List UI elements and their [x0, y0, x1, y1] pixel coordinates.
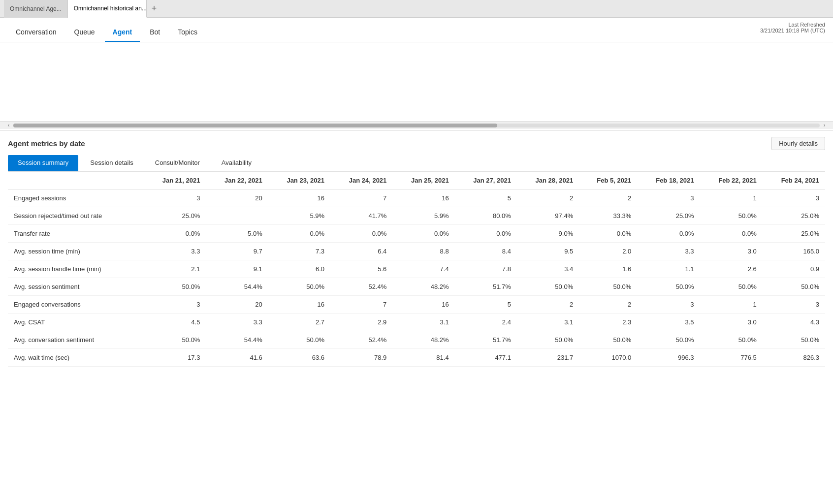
- cell-r6-c3: 7: [330, 296, 392, 314]
- browser-tab-1-label: Omnichannel Age...: [10, 5, 62, 12]
- cell-r3-c10: 165.0: [763, 243, 825, 260]
- cell-r2-c4: 0.0%: [392, 225, 454, 243]
- cell-r1-c9: 50.0%: [700, 207, 763, 225]
- table-row: Avg. wait time (sec)17.341.663.678.981.4…: [8, 349, 825, 367]
- cell-r6-c4: 16: [392, 296, 454, 314]
- table-header-row: Jan 21, 2021 Jan 22, 2021 Jan 23, 2021 J…: [8, 172, 825, 189]
- top-nav: Conversation Queue Agent Bot Topics Last…: [0, 18, 833, 42]
- cell-r2-c7: 0.0%: [579, 225, 637, 243]
- cell-r3-c7: 2.0: [579, 243, 637, 260]
- row-label-2: Transfer rate: [8, 225, 144, 243]
- table-row: Avg. conversation sentiment50.0%54.4%50.…: [8, 331, 825, 349]
- cell-r4-c7: 1.6: [579, 260, 637, 278]
- nav-tab-topics[interactable]: Topics: [170, 23, 205, 42]
- table-row: Avg. session handle time (min)2.19.16.05…: [8, 260, 825, 278]
- sub-tab-session-summary[interactable]: Session summary: [8, 155, 78, 171]
- cell-r1-c5: 80.0%: [455, 207, 517, 225]
- browser-tab-bar: Omnichannel Age... Omnichannel historica…: [0, 0, 833, 18]
- cell-r8-c5: 51.7%: [455, 331, 517, 349]
- cell-r3-c3: 6.4: [330, 243, 392, 260]
- cell-r2-c10: 25.0%: [763, 225, 825, 243]
- cell-r0-c4: 16: [392, 189, 454, 207]
- cell-r5-c6: 50.0%: [517, 278, 579, 296]
- cell-r3-c2: 7.3: [268, 243, 330, 260]
- cell-r3-c1: 9.7: [206, 243, 268, 260]
- cell-r9-c8: 996.3: [637, 349, 700, 367]
- sub-tab-consult-monitor[interactable]: Consult/Monitor: [145, 155, 210, 171]
- metrics-table-container[interactable]: Jan 21, 2021 Jan 22, 2021 Jan 23, 2021 J…: [8, 172, 825, 504]
- cell-r0-c6: 2: [517, 189, 579, 207]
- row-label-6: Engaged conversations: [8, 296, 144, 314]
- cell-r2-c1: 5.0%: [206, 225, 268, 243]
- col-header-jan22: Jan 22, 2021: [206, 172, 268, 189]
- sub-tab-session-details[interactable]: Session details: [80, 155, 143, 171]
- cell-r9-c10: 826.3: [763, 349, 825, 367]
- col-header-jan27: Jan 27, 2021: [455, 172, 517, 189]
- cell-r9-c4: 81.4: [392, 349, 454, 367]
- cell-r4-c9: 2.6: [700, 260, 763, 278]
- chart-section: ‹ ›: [0, 42, 833, 131]
- scroll-track[interactable]: [13, 124, 819, 127]
- scroll-right-icon[interactable]: ›: [822, 123, 827, 128]
- cell-r6-c5: 5: [455, 296, 517, 314]
- horizontal-scrollbar[interactable]: ‹ ›: [0, 121, 833, 129]
- new-tab-button[interactable]: +: [147, 3, 162, 14]
- cell-r7-c2: 2.7: [268, 314, 330, 331]
- metrics-table: Jan 21, 2021 Jan 22, 2021 Jan 23, 2021 J…: [8, 172, 825, 367]
- cell-r7-c6: 3.1: [517, 314, 579, 331]
- chart-area: [0, 42, 833, 121]
- cell-r2-c0: 0.0%: [144, 225, 206, 243]
- row-label-0: Engaged sessions: [8, 189, 144, 207]
- cell-r8-c10: 50.0%: [763, 331, 825, 349]
- browser-tab-2[interactable]: Omnichannel historical an... ✕: [68, 0, 147, 18]
- col-header-feb18: Feb 18, 2021: [637, 172, 700, 189]
- cell-r4-c2: 6.0: [268, 260, 330, 278]
- cell-r2-c3: 0.0%: [330, 225, 392, 243]
- cell-r6-c6: 2: [517, 296, 579, 314]
- cell-r9-c0: 17.3: [144, 349, 206, 367]
- cell-r0-c3: 7: [330, 189, 392, 207]
- cell-r4-c4: 7.4: [392, 260, 454, 278]
- table-row: Avg. session time (min)3.39.77.36.48.88.…: [8, 243, 825, 260]
- col-header-jan28: Jan 28, 2021: [517, 172, 579, 189]
- cell-r8-c0: 50.0%: [144, 331, 206, 349]
- cell-r5-c2: 50.0%: [268, 278, 330, 296]
- sub-tab-availability[interactable]: Availability: [212, 155, 261, 171]
- cell-r3-c0: 3.3: [144, 243, 206, 260]
- main-area: Conversation Queue Agent Bot Topics Last…: [0, 18, 833, 504]
- scroll-thumb: [13, 124, 497, 127]
- col-header-label: [8, 172, 144, 189]
- nav-tab-queue[interactable]: Queue: [66, 23, 103, 42]
- hourly-details-button[interactable]: Hourly details: [771, 137, 825, 150]
- scroll-left-icon[interactable]: ‹: [6, 123, 11, 128]
- cell-r8-c1: 54.4%: [206, 331, 268, 349]
- browser-tab-2-label: Omnichannel historical an...: [74, 5, 147, 12]
- nav-tab-conversation[interactable]: Conversation: [8, 23, 64, 42]
- cell-r3-c9: 3.0: [700, 243, 763, 260]
- cell-r8-c7: 50.0%: [579, 331, 637, 349]
- cell-r9-c7: 1070.0: [579, 349, 637, 367]
- col-header-jan21: Jan 21, 2021: [144, 172, 206, 189]
- table-row: Engaged sessions32016716522313: [8, 189, 825, 207]
- browser-tab-1[interactable]: Omnichannel Age...: [4, 0, 68, 18]
- cell-r5-c3: 52.4%: [330, 278, 392, 296]
- cell-r5-c5: 51.7%: [455, 278, 517, 296]
- cell-r5-c8: 50.0%: [637, 278, 700, 296]
- cell-r7-c5: 2.4: [455, 314, 517, 331]
- cell-r9-c6: 231.7: [517, 349, 579, 367]
- table-row: Avg. CSAT4.53.32.72.93.12.43.12.33.53.04…: [8, 314, 825, 331]
- cell-r6-c8: 3: [637, 296, 700, 314]
- cell-r6-c2: 16: [268, 296, 330, 314]
- cell-r0-c7: 2: [579, 189, 637, 207]
- cell-r3-c5: 8.4: [455, 243, 517, 260]
- nav-tab-agent[interactable]: Agent: [105, 23, 140, 42]
- cell-r4-c5: 7.8: [455, 260, 517, 278]
- cell-r0-c9: 1: [700, 189, 763, 207]
- cell-r7-c7: 2.3: [579, 314, 637, 331]
- cell-r4-c0: 2.1: [144, 260, 206, 278]
- cell-r6-c1: 20: [206, 296, 268, 314]
- nav-tab-bot[interactable]: Bot: [142, 23, 168, 42]
- cell-r8-c3: 52.4%: [330, 331, 392, 349]
- row-label-3: Avg. session time (min): [8, 243, 144, 260]
- col-header-jan24: Jan 24, 2021: [330, 172, 392, 189]
